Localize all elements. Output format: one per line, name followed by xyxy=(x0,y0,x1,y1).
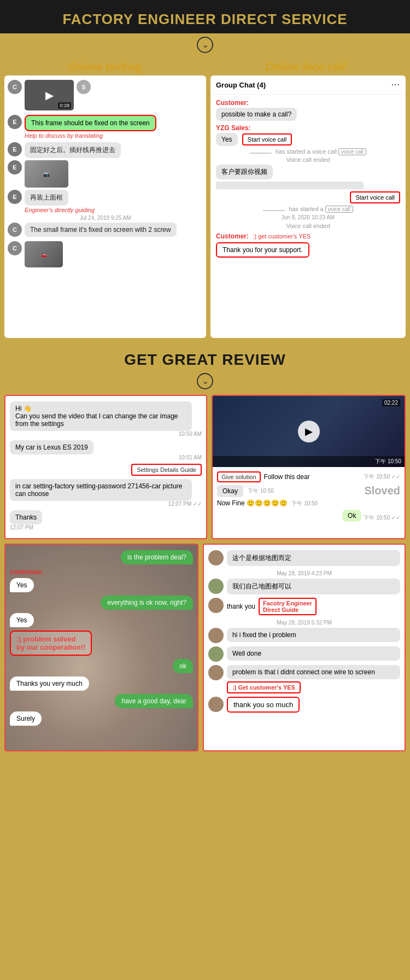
play-icon: ▶ xyxy=(45,89,54,102)
play-button[interactable]: ▶ xyxy=(298,421,320,442)
group-chat-header: Group Chat (4) ··· xyxy=(210,75,406,95)
okay-time: 下午 10:50 xyxy=(248,487,274,495)
group-chat-name: Group Chat (4) xyxy=(216,81,266,89)
blurred-name-1 xyxy=(250,153,272,154)
sloved-text: Sloved xyxy=(364,485,400,497)
rcb-avatar-3 xyxy=(208,598,224,613)
rcb-row-5: Well done xyxy=(208,646,400,662)
bc-msg-yes2: Yes xyxy=(10,613,193,627)
header: FACTORY ENGINEER DIRECT SERVICE ⌄ xyxy=(0,0,410,57)
rc-customer2-row: Customer: :) get customer's YES xyxy=(216,232,400,240)
video-bottom-bar: 下午 10:50 xyxy=(213,456,405,467)
chat-msg-row-img: E 📷 xyxy=(8,160,203,188)
thank-so-much-bubble: thank you so much xyxy=(227,697,300,713)
ok-bubble: Ok xyxy=(342,510,361,522)
review-cell-bottom-left: is the problem deal? customer. Yes every… xyxy=(4,544,198,751)
rcb-bubble-fixed: hi i fixed the i problem xyxy=(227,628,400,642)
wa-time-5: 12:07 PM xyxy=(10,524,202,530)
wa-bubble-1: Hi 👋Can you send the video that I can ch… xyxy=(10,401,192,431)
header-arrow-row: ⌄ xyxy=(0,33,410,57)
rcb-row-2: 我们自己地图都可以 xyxy=(208,579,400,594)
bc-customer-label: customer. xyxy=(10,568,193,576)
wa-time-1: 10:50 AM xyxy=(10,431,202,437)
rc-row-1: Yes Start voice call xyxy=(216,133,400,146)
rcb-bubble-1: 这个是根据地图而定 xyxy=(227,550,400,566)
rc-customer2-label: Customer: xyxy=(216,232,249,240)
video-time-overlay: 02:22 xyxy=(382,399,400,406)
rc-row-2: Start voice call xyxy=(216,191,400,203)
rcb-row-1: 这个是根据地图而定 xyxy=(208,550,400,566)
now-fine-text: Now Fine 🙂🙂🙂🙂🙂 xyxy=(217,499,288,507)
down-arrow-icon: ⌄ xyxy=(197,37,213,53)
okay-bubble: Okay xyxy=(217,485,243,497)
start-voice-call-btn-2[interactable]: Start voice call xyxy=(350,191,400,203)
rc-msg-area: Customer: possible to make a call? YZG S… xyxy=(210,95,406,262)
blurred-line-1 xyxy=(216,182,364,189)
avatar-e1: E xyxy=(8,115,22,129)
now-time: 下午 10:50 xyxy=(291,500,318,506)
ok-time: 下午 10:50 ✓✓ xyxy=(364,514,400,522)
bc-bubble-yes1: Yes xyxy=(10,578,34,592)
rcb-row-4: hi i fixed the i problem xyxy=(208,628,400,643)
bottom-left-overlay: is the problem deal? customer. Yes every… xyxy=(5,545,197,733)
avatar-s: S xyxy=(77,80,91,94)
follow-text: Follow this dear xyxy=(264,473,310,481)
now-fine-row: Now Fine 🙂🙂🙂🙂🙂 下午 10:50 xyxy=(217,499,400,508)
rc-date-1: Jun 8, 2020 10:23 AM xyxy=(216,214,400,220)
bc-bubble-thanks: Thanks you very much xyxy=(10,676,89,691)
rcb-row-7: thank you so much xyxy=(208,697,400,713)
chat-msg-row-1: E This frame should be fixed on the scre… xyxy=(8,115,203,131)
follow-time: 下午 10:50 ✓✓ xyxy=(364,473,400,481)
settings-details-guide-btn: Settings Details Guide xyxy=(131,464,202,476)
rcb-row-6: problem is that i didnt connect one wire… xyxy=(208,665,400,693)
give-solution-btn: Give solution xyxy=(217,471,261,482)
chat-bubble-chinese1: 固定好之后。插好线再推进去 xyxy=(25,142,121,158)
review-cell-top-left: Hi 👋Can you send the video that I can ch… xyxy=(4,395,207,539)
thank-you-text: thank you xyxy=(227,603,255,610)
rc-system-2: Voice call ended xyxy=(216,156,400,163)
rc-bubble-1: possible to make a call? xyxy=(216,108,297,121)
chat-bubble-highlighted: This frame should be fixed on the screen xyxy=(25,115,156,131)
bc-bubble-problem-deal: is the problem deal? xyxy=(121,550,193,564)
review-cell-bottom-right: 这个是根据地图而定 May 28, 2019 4:23 PM 我们自己地图都可以… xyxy=(203,544,406,751)
blurred-name-2 xyxy=(263,210,285,211)
avatar-e3: E xyxy=(8,160,22,174)
bc-bubble-ok: ok xyxy=(173,659,193,673)
video-duration: 0:28 xyxy=(58,102,71,109)
bc-msg-surely: Surely xyxy=(10,711,193,726)
bc-msg-ok: ok xyxy=(10,659,193,673)
rcb-bubble-welldone: Well done xyxy=(227,646,400,661)
wa-bubble-2: My car is Lexus ES 2019 xyxy=(10,440,93,454)
right-chat-box: Group Chat (4) ··· Customer: possible to… xyxy=(210,75,406,338)
rc-thank-bubble: Thank you for your support. xyxy=(216,242,309,258)
rcb-row-3: thank you Facotry EngineerDirect Guide xyxy=(208,598,400,615)
review-title: GET GREAT REVIEW xyxy=(0,351,410,369)
rc-chinese-msg: 客户要跟你视频 xyxy=(216,165,273,179)
online-face-call-title: Online face call xyxy=(265,61,345,73)
online-texting-title: Online texting xyxy=(68,61,141,73)
bc-bubble-yes2: Yes xyxy=(10,613,34,627)
give-solution-row: Give solution Follow this dear 下午 10:50 … xyxy=(217,471,400,482)
rcb-avatar-1 xyxy=(208,550,224,565)
wa-msg-4: in car setting-factory setting-password … xyxy=(10,479,202,507)
review-grid-top: Hi 👋Can you send the video that I can ch… xyxy=(0,395,410,544)
avatar-e2: E xyxy=(8,142,22,156)
bc-msg-2: everything is ok now, right? xyxy=(10,596,193,610)
more-icon[interactable]: ··· xyxy=(391,80,400,90)
avatar-c: C xyxy=(8,80,22,94)
wa-time-2: 10:51 AM xyxy=(10,454,202,460)
bc-bubble-good-day: have a good day, dear xyxy=(115,694,193,708)
start-voice-call-btn-1[interactable]: Start voice call xyxy=(242,133,292,145)
bc-msg-1: is the problem deal? xyxy=(10,550,193,564)
rcb-col-6: problem is that i didnt connect one wire… xyxy=(227,665,400,693)
chat-msg-row-3: E 再装上面框 xyxy=(8,190,203,206)
bc-bubble-problem-solved: :) problem solvedby our cooperation!! xyxy=(10,631,92,656)
avatar-c3: C xyxy=(8,241,22,255)
chat-time-1: Jul 24, 2019 9:25 AM xyxy=(8,215,203,221)
chat-bubble-chinese2: 再装上面框 xyxy=(25,190,68,206)
rcb-avatar-7 xyxy=(208,697,224,712)
bc-bubble-surely: Surely xyxy=(10,711,42,726)
bc-msg-good-day: have a good day, dear xyxy=(10,694,193,708)
chat-img-thumb: 📷 xyxy=(25,160,68,188)
rc-system-1: has started a voice call voice call xyxy=(216,148,400,155)
